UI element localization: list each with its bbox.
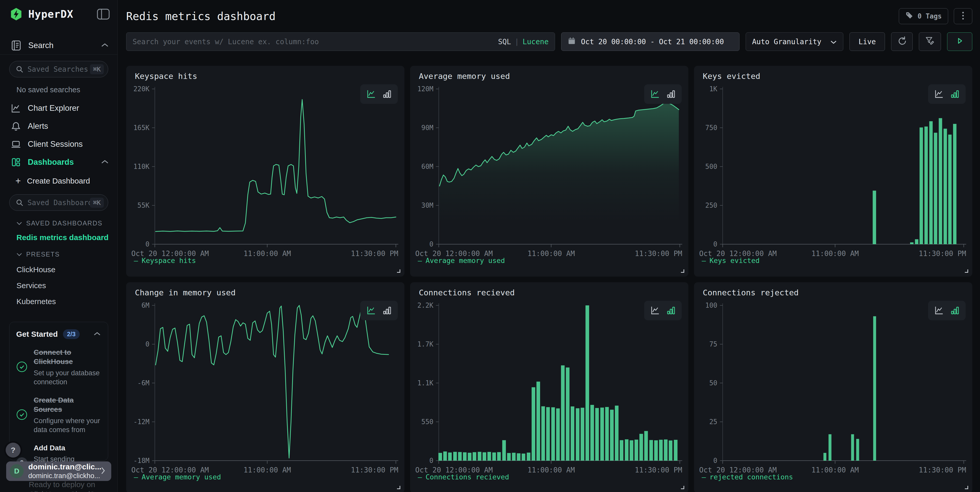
bell-icon xyxy=(10,121,22,132)
live-button[interactable]: Live xyxy=(850,32,885,51)
svg-text:0: 0 xyxy=(145,240,150,248)
saved-searches-search[interactable]: ⌘K xyxy=(9,61,108,77)
chart-type-toggle xyxy=(360,301,398,320)
bar-chart-toggle-icon[interactable] xyxy=(382,306,392,316)
line-chart-toggle-icon[interactable] xyxy=(934,89,944,99)
y-axis: 1K7505002500 xyxy=(705,85,723,248)
granularity-select[interactable]: Auto Granularity xyxy=(746,32,843,51)
laptop-icon xyxy=(10,139,22,150)
resize-handle-icon[interactable] xyxy=(965,486,968,489)
sidebar-item-alerts[interactable]: Alerts xyxy=(0,117,118,135)
get-started-card: Get Started 2/3 Connect to ClickHouse Se… xyxy=(9,322,108,461)
chart-title: Change in memory used xyxy=(135,288,235,297)
x-axis: Oct 20 12:00:00 AM11:00:00 AM11:30:00 PM xyxy=(415,461,682,474)
create-dashboard-button[interactable]: + Create Dashboard xyxy=(16,174,118,188)
run-query-button[interactable] xyxy=(947,32,972,51)
panel-change-in-memory-used: Change in memory used 6M0-6M-12M-18MOct … xyxy=(126,282,404,492)
sidebar-item-chart-explorer[interactable]: Chart Explorer xyxy=(0,99,118,117)
saved-dashboards-header[interactable]: SAVED DASHBOARDS xyxy=(16,220,118,227)
saved-dashboards-input[interactable] xyxy=(27,199,90,207)
main-content: Redis metrics dashboard 0 Tags SQL|Lucen… xyxy=(118,0,980,492)
chart-legend: —Average memory used xyxy=(134,473,221,481)
svg-text:0: 0 xyxy=(430,457,433,465)
lucene-mode-toggle[interactable]: Lucene xyxy=(523,38,549,46)
sidebar-item-search[interactable]: Search xyxy=(0,37,118,54)
line-chart-toggle-icon[interactable] xyxy=(366,306,376,316)
resize-handle-icon[interactable] xyxy=(397,486,400,489)
event-search-box[interactable]: SQL|Lucene xyxy=(126,32,555,51)
preset-kubernetes[interactable]: Kubernetes xyxy=(16,297,118,306)
chart-legend: —Connections recieved xyxy=(418,473,509,481)
event-search-input[interactable] xyxy=(133,38,498,46)
bar-series xyxy=(873,118,956,244)
preset-clickhouse[interactable]: ClickHouse xyxy=(16,265,118,274)
resize-handle-icon[interactable] xyxy=(397,269,400,273)
shortcut-badge: ⌘K xyxy=(90,197,104,208)
date-range-picker[interactable]: Oct 20 00:00:00 - Oct 21 00:00:00 xyxy=(561,32,740,51)
bar-chart-toggle-icon[interactable] xyxy=(666,306,676,316)
bar-chart-toggle-icon[interactable] xyxy=(950,306,960,316)
chart-type-toggle xyxy=(928,301,966,320)
svg-text:11:00:00 AM: 11:00:00 AM xyxy=(528,466,575,474)
dashboards-icon xyxy=(10,156,22,168)
resize-handle-icon[interactable] xyxy=(681,269,684,273)
get-started-step-connect[interactable]: Connect to ClickHouse Set up your databa… xyxy=(16,348,101,387)
sidebar-item-dashboards[interactable]: Dashboards xyxy=(0,153,118,171)
svg-text:0: 0 xyxy=(713,240,718,248)
svg-text:500: 500 xyxy=(705,163,718,170)
svg-text:0: 0 xyxy=(145,340,150,348)
help-button[interactable]: ? xyxy=(6,443,21,457)
resize-handle-icon[interactable] xyxy=(681,486,684,489)
bar-chart-toggle-icon[interactable] xyxy=(382,89,392,99)
live-label: Live xyxy=(859,38,876,46)
search-section-icon xyxy=(10,40,22,51)
saved-searches-input[interactable] xyxy=(27,65,90,73)
line-chart-toggle-icon[interactable] xyxy=(650,306,660,316)
svg-text:-12M: -12M xyxy=(134,418,149,426)
sidebar: HyperDX Search ⌘K No saved searches Char… xyxy=(0,0,118,492)
sql-mode-toggle[interactable]: SQL xyxy=(498,38,511,46)
x-axis: Oct 20 12:00:00 AM11:00:00 AM11:30:00 PM xyxy=(131,461,398,474)
get-started-step-sources[interactable]: Create Data Sources Configure where your… xyxy=(16,396,101,435)
y-axis: 220K165K110K55K0 xyxy=(134,85,155,248)
refresh-button[interactable] xyxy=(891,32,913,51)
svg-text:55K: 55K xyxy=(137,202,150,209)
sidebar-collapse-icon[interactable] xyxy=(96,8,110,20)
dashboard-menu-button[interactable] xyxy=(954,8,972,24)
svg-text:1K: 1K xyxy=(709,85,718,93)
preset-services[interactable]: Services xyxy=(16,281,118,290)
line-chart-toggle-icon[interactable] xyxy=(366,89,376,99)
x-axis: Oct 20 12:00:00 AM11:00:00 AM11:30:00 PM xyxy=(699,461,966,474)
panel-keyspace-hits: Keyspace hits 220K165K110K55K0Oct 20 12:… xyxy=(126,66,404,277)
tags-button[interactable]: 0 Tags xyxy=(899,8,948,24)
x-axis: Oct 20 12:00:00 AM11:00:00 AM11:30:00 PM xyxy=(131,244,398,258)
chart-title: Average memory used xyxy=(419,72,510,81)
line-chart-toggle-icon[interactable] xyxy=(650,89,660,99)
resize-handle-icon[interactable] xyxy=(965,269,968,273)
svg-text:2.2K: 2.2K xyxy=(417,301,433,309)
user-account-button[interactable]: D dominic.tran@clic... dominic.tran@clic… xyxy=(6,462,111,481)
line-chart-toggle-icon[interactable] xyxy=(934,306,944,316)
chart-explorer-icon xyxy=(10,103,22,114)
x-axis: Oct 20 12:00:00 AM11:00:00 AM11:30:00 PM xyxy=(415,244,682,258)
user-name: dominic.tran@clic... xyxy=(28,462,100,471)
kebab-menu-icon xyxy=(962,11,964,21)
filter-button[interactable] xyxy=(919,32,941,51)
svg-text:11:00:00 AM: 11:00:00 AM xyxy=(243,466,291,474)
chevron-up-icon[interactable] xyxy=(101,43,109,48)
bar-chart-toggle-icon[interactable] xyxy=(950,89,960,99)
presets-header[interactable]: PRESETS xyxy=(16,251,118,258)
chart-type-toggle xyxy=(360,84,398,104)
divider xyxy=(0,54,118,55)
chart-legend: —Keyspace hits xyxy=(134,256,196,264)
hyperdx-logo-icon xyxy=(9,7,23,21)
chart-title: Keys evicted xyxy=(703,72,760,81)
sidebar-dashboard-redis-metrics[interactable]: Redis metrics dashboard xyxy=(16,233,118,242)
chevron-up-icon[interactable] xyxy=(94,331,101,337)
chevron-up-icon[interactable] xyxy=(101,159,109,165)
get-started-title: Get Started xyxy=(16,330,58,339)
sidebar-item-client-sessions[interactable]: Client Sessions xyxy=(0,135,118,153)
panel-keys-evicted: Keys evicted 1K7505002500Oct 20 12:00:00… xyxy=(694,66,972,277)
saved-dashboards-search[interactable]: ⌘K xyxy=(9,194,108,211)
bar-chart-toggle-icon[interactable] xyxy=(666,89,676,99)
